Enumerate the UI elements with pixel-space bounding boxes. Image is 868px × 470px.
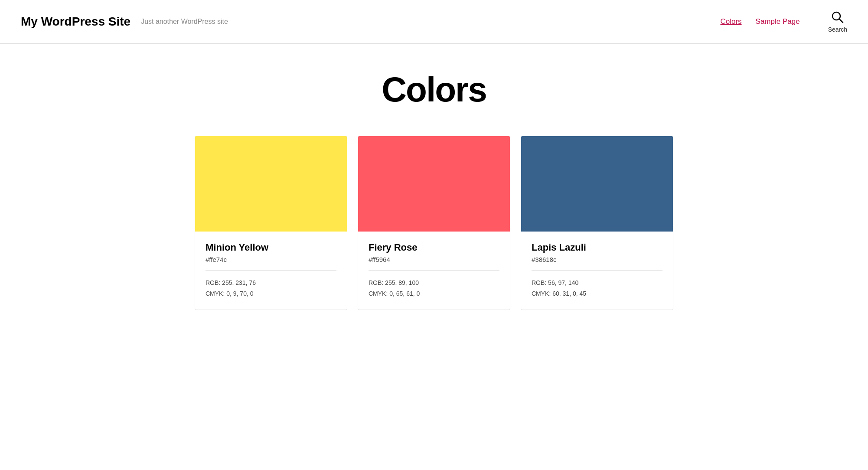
- color-hex: #38618c: [532, 256, 662, 263]
- color-grid: Minion Yellow #ffe74c RGB: 255, 231, 76 …: [195, 136, 673, 310]
- search-button[interactable]: Search: [828, 10, 847, 33]
- color-values: RGB: 56, 97, 140 CMYK: 60, 31, 0, 45: [532, 277, 662, 299]
- search-label: Search: [828, 26, 847, 33]
- color-swatch: [358, 136, 510, 232]
- site-tagline: Just another WordPress site: [141, 18, 228, 26]
- color-name: Minion Yellow: [206, 242, 336, 253]
- color-values: RGB: 255, 231, 76 CMYK: 0, 9, 70, 0: [206, 277, 336, 299]
- color-name: Fiery Rose: [369, 242, 499, 253]
- nav-link-colors[interactable]: Colors: [720, 17, 741, 26]
- color-divider: [532, 270, 662, 271]
- color-card: Fiery Rose #ff5964 RGB: 255, 89, 100 CMY…: [358, 136, 510, 310]
- site-header: My WordPress Site Just another WordPress…: [0, 0, 868, 44]
- main-nav: Colors Sample Page: [720, 17, 799, 26]
- color-name: Lapis Lazuli: [532, 242, 662, 253]
- color-divider: [369, 270, 499, 271]
- color-hex: #ff5964: [369, 256, 499, 263]
- nav-item-sample-page: Sample Page: [756, 17, 800, 26]
- page-title: Colors: [195, 70, 673, 110]
- nav-link-sample-page[interactable]: Sample Page: [756, 17, 800, 26]
- header-right: Colors Sample Page Search: [720, 10, 847, 33]
- color-divider: [206, 270, 336, 271]
- color-swatch: [521, 136, 673, 232]
- site-title[interactable]: My WordPress Site: [21, 15, 131, 29]
- search-icon: [831, 10, 845, 24]
- color-rgb: RGB: 255, 231, 76: [206, 277, 336, 288]
- color-card: Lapis Lazuli #38618c RGB: 56, 97, 140 CM…: [521, 136, 673, 310]
- color-rgb: RGB: 255, 89, 100: [369, 277, 499, 288]
- color-hex: #ffe74c: [206, 256, 336, 263]
- nav-divider: [814, 13, 814, 30]
- main-content: Colors Minion Yellow #ffe74c RGB: 255, 2…: [174, 44, 694, 336]
- color-info: Minion Yellow #ffe74c RGB: 255, 231, 76 …: [195, 232, 347, 310]
- nav-item-colors: Colors: [720, 17, 741, 26]
- color-card: Minion Yellow #ffe74c RGB: 255, 231, 76 …: [195, 136, 347, 310]
- color-cmyk: CMYK: 60, 31, 0, 45: [532, 288, 662, 299]
- color-swatch: [195, 136, 347, 232]
- color-info: Fiery Rose #ff5964 RGB: 255, 89, 100 CMY…: [358, 232, 510, 310]
- color-cmyk: CMYK: 0, 9, 70, 0: [206, 288, 336, 299]
- header-left: My WordPress Site Just another WordPress…: [21, 15, 228, 29]
- nav-links: Colors Sample Page: [720, 17, 799, 26]
- color-cmyk: CMYK: 0, 65, 61, 0: [369, 288, 499, 299]
- color-info: Lapis Lazuli #38618c RGB: 56, 97, 140 CM…: [521, 232, 673, 310]
- svg-line-1: [839, 19, 843, 23]
- color-values: RGB: 255, 89, 100 CMYK: 0, 65, 61, 0: [369, 277, 499, 299]
- color-rgb: RGB: 56, 97, 140: [532, 277, 662, 288]
